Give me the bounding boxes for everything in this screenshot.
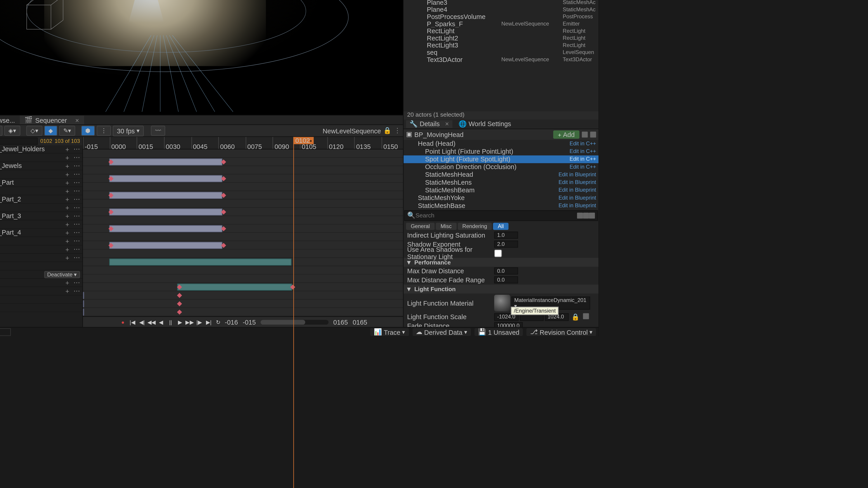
add-key-icon[interactable]: + xyxy=(65,237,69,245)
property-category-header[interactable]: ▾ Performance xyxy=(404,258,598,267)
timeline-lane[interactable] xyxy=(83,300,403,308)
edit-link[interactable]: Edit in Blueprint xyxy=(558,187,596,193)
component-row[interactable]: Spot Light (Fixture SpotLight)Edit in C+… xyxy=(404,155,598,163)
outliner-row[interactable]: Text3DActorNewLevelSequenceText3DActor xyxy=(404,56,598,63)
outliner-row[interactable]: RectLight2RectLight xyxy=(404,34,598,41)
timeline-lane[interactable] xyxy=(83,266,403,275)
track-options-icon[interactable]: ⋯ xyxy=(73,246,80,253)
pause-icon[interactable]: || xyxy=(166,318,175,326)
trace-dropdown[interactable]: 📊Trace ▾ xyxy=(370,328,409,336)
track-options-icon[interactable]: ⋯ xyxy=(73,145,80,153)
track-row[interactable]: ▸ Champion_Belt_blender_base_Central_Par… xyxy=(0,195,82,204)
add-key-icon[interactable]: + xyxy=(65,179,69,186)
seq-curve-icon[interactable]: 〰 xyxy=(151,126,165,136)
component-row[interactable]: StaticMeshHeadEdit in Blueprint xyxy=(404,171,598,178)
outliner-row[interactable]: Plane4StaticMeshAc xyxy=(404,6,598,13)
keyframe[interactable] xyxy=(177,301,182,306)
gear-icon[interactable] xyxy=(589,212,595,218)
goto-start-icon[interactable]: |◀ xyxy=(128,318,136,326)
track-options-icon[interactable]: ⋯ xyxy=(73,195,80,203)
component-row[interactable]: StaticMeshBeamEdit in Blueprint xyxy=(404,186,598,194)
clip[interactable] xyxy=(83,300,84,307)
timeline-lane[interactable] xyxy=(83,225,403,233)
track-row[interactable]: ▸ P_Sparks_F+⋯ xyxy=(0,246,82,254)
track-row[interactable]: Transform+⋯ xyxy=(0,204,82,212)
step-fwd-icon[interactable]: |▶ xyxy=(195,318,203,326)
outliner-row[interactable]: RectLightRectLight xyxy=(404,27,598,35)
track-options-icon[interactable]: ⋯ xyxy=(73,287,80,295)
close-icon[interactable]: × xyxy=(445,120,449,128)
add-key-icon[interactable]: + xyxy=(65,279,69,286)
unsaved-button[interactable]: 💾1 Unsaved xyxy=(474,328,523,336)
track-row[interactable]: Location xyxy=(0,295,82,304)
outliner-row[interactable]: P_Sparks_FNewLevelSequenceEmitter xyxy=(404,20,598,27)
edit-link[interactable]: Edit in Blueprint xyxy=(558,171,596,177)
checkbox[interactable] xyxy=(494,249,502,257)
edit-link[interactable]: Edit in Blueprint xyxy=(558,179,596,185)
track-options-icon[interactable]: ⋯ xyxy=(73,204,80,212)
range-start[interactable]: -016 xyxy=(225,319,238,326)
number-input[interactable]: 100000.0 xyxy=(494,322,523,327)
track-row[interactable]: ▸ Champion_Belt_blender_base_Central_Par… xyxy=(0,229,82,237)
world-settings-tab[interactable]: 🌐World Settings xyxy=(459,120,511,128)
next-key-icon[interactable]: ▶▶ xyxy=(185,318,194,326)
playhead-flag[interactable]: 0102• xyxy=(293,137,314,144)
lock-details-icon[interactable] xyxy=(590,131,596,137)
timeline-lane[interactable] xyxy=(83,200,403,208)
filter-misc[interactable]: Misc xyxy=(436,222,456,230)
timeline-lane[interactable] xyxy=(83,233,403,241)
timeline-lane[interactable] xyxy=(83,258,403,266)
add-key-icon[interactable]: + xyxy=(65,221,69,228)
track-row[interactable]: ▸ Champion_Belt_blender_base_Central_Par… xyxy=(0,178,82,187)
timeline-lane[interactable] xyxy=(83,283,403,292)
keyframe[interactable] xyxy=(177,293,182,298)
outliner-row[interactable]: PostProcessVolumePostProcess xyxy=(404,13,598,20)
track-row[interactable]: FX System xyxy=(0,262,82,270)
track-row[interactable]: ▸ Champion_Belt_blender_base_Central_Jew… xyxy=(0,145,82,154)
track-options-icon[interactable]: ⋯ xyxy=(73,154,80,161)
frame-start[interactable]: 0102 xyxy=(40,138,52,144)
track-row[interactable]: ▸ Champion_Belt_blender_base_Central_Jew… xyxy=(0,162,82,170)
outliner-row[interactable]: RectLight3RectLight xyxy=(404,41,598,49)
track-row[interactable]: Transform+⋯ xyxy=(0,287,82,295)
seq-autokey-dropdown[interactable]: ◇▾ xyxy=(26,126,42,136)
seq-snap-opts[interactable]: ⋮ xyxy=(97,126,111,136)
derived-data-dropdown[interactable]: ☁Derived Data ▾ xyxy=(412,328,471,336)
add-key-icon[interactable]: + xyxy=(65,145,69,153)
add-key-icon[interactable]: + xyxy=(65,154,69,161)
add-key-icon[interactable]: + xyxy=(65,171,69,178)
timeline-scrollbar[interactable] xyxy=(261,320,329,324)
track-options-icon[interactable]: ⋯ xyxy=(73,170,80,178)
number-input[interactable]: 0.0 xyxy=(494,267,518,274)
keyframe[interactable] xyxy=(177,310,182,315)
reset-icon[interactable] xyxy=(583,313,589,319)
material-thumbnail[interactable] xyxy=(494,295,510,311)
track-row[interactable]: Transform+⋯ xyxy=(0,154,82,162)
outliner-row[interactable]: seqLevelSequen xyxy=(404,49,598,56)
timeline-lane[interactable] xyxy=(83,208,403,217)
goto-end-icon[interactable]: ▶| xyxy=(205,318,213,326)
track-options-icon[interactable]: ⋯ xyxy=(73,220,80,228)
track-row[interactable]: ▸ Text3DActor+⋯ xyxy=(0,279,82,287)
timeline-lane[interactable] xyxy=(83,275,403,283)
filter-all[interactable]: All xyxy=(493,222,509,230)
timeline-lane[interactable] xyxy=(83,292,403,300)
add-key-icon[interactable]: + xyxy=(65,229,69,236)
revision-control-dropdown[interactable]: ⎇Revision Control ▾ xyxy=(527,328,596,336)
track-options-icon[interactable]: ⋯ xyxy=(73,279,80,286)
component-row[interactable]: StaticMeshYokeEdit in Blueprint xyxy=(404,194,598,202)
track-row[interactable]: ParticleSystemComponent0+⋯ xyxy=(0,254,82,262)
viewport-3d[interactable]: ≡ 👁Perspective ●Lit Show ▣ ✥ ⟲ ⤢ 🌐 ▦ 10 … xyxy=(0,0,403,115)
details-search[interactable] xyxy=(415,212,577,219)
component-row[interactable]: Head (Head)Edit in C++ xyxy=(404,140,598,148)
console-input[interactable] xyxy=(0,328,11,336)
edit-link[interactable]: Edit in C++ xyxy=(569,148,596,154)
seq-playback-dropdown[interactable]: 👁▾ xyxy=(0,126,2,136)
record-icon[interactable]: ● xyxy=(119,318,127,326)
edit-link[interactable]: Edit in Blueprint xyxy=(558,202,596,208)
filter-rendering[interactable]: Rendering xyxy=(458,222,492,230)
track-options-icon[interactable]: ⋯ xyxy=(73,162,80,170)
timeline-lane[interactable] xyxy=(83,183,403,191)
track-row[interactable]: Transform+⋯ xyxy=(0,220,82,229)
add-key-icon[interactable]: + xyxy=(65,212,69,220)
